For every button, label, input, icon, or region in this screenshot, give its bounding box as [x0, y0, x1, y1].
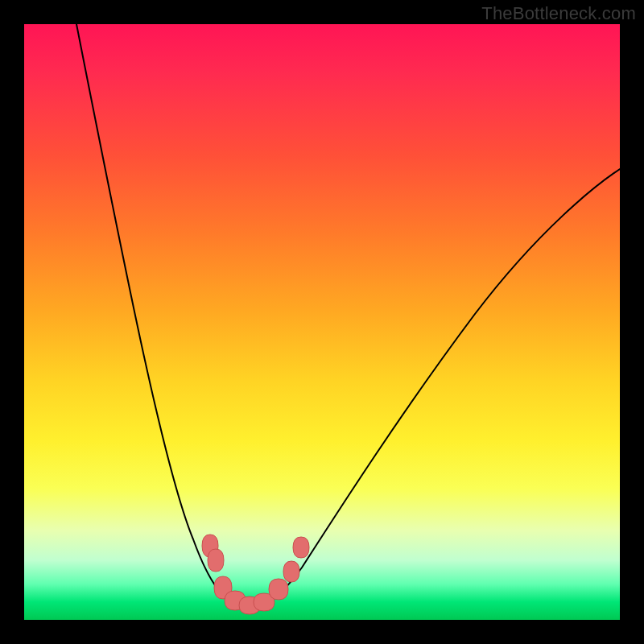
chart-svg [24, 24, 620, 620]
marker-left-mid [208, 549, 224, 572]
marker-group [202, 535, 309, 614]
attribution-label: TheBottleneck.com [481, 3, 636, 24]
marker-right-low [269, 579, 288, 600]
marker-right-upper [293, 537, 309, 558]
chart-frame: TheBottleneck.com [0, 0, 644, 644]
plot-area [24, 24, 620, 620]
marker-right-mid [283, 561, 299, 582]
bottleneck-curve [76, 24, 620, 606]
